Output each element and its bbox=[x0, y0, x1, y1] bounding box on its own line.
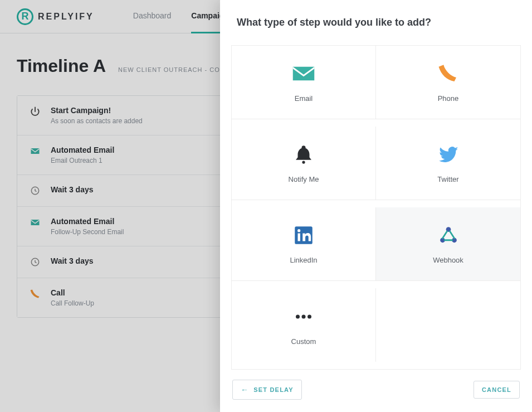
timeline-row-title: Automated Email bbox=[51, 146, 114, 154]
mail-icon bbox=[292, 62, 315, 85]
step-option-label: Email bbox=[295, 94, 313, 103]
svg-point-3 bbox=[302, 161, 305, 163]
add-step-modal: What type of step would you like to add?… bbox=[220, 0, 532, 412]
step-option-label: Webhook bbox=[433, 256, 463, 264]
step-option-label: LinkedIn bbox=[290, 256, 317, 264]
bell-icon bbox=[292, 143, 315, 166]
clock-icon bbox=[30, 185, 41, 196]
timeline-row-title: Automated Email bbox=[51, 217, 124, 226]
set-delay-label: SET DELAY bbox=[253, 386, 294, 393]
timeline-row-sub: Follow-Up Second Email bbox=[51, 228, 124, 236]
step-type-grid: Email Phone Notify Me bbox=[231, 45, 521, 370]
timeline-row-title: Call bbox=[51, 288, 94, 297]
step-option-email[interactable]: Email bbox=[232, 46, 376, 119]
step-option-twitter[interactable]: Twitter bbox=[376, 127, 520, 200]
twitter-icon bbox=[437, 143, 460, 166]
cancel-label: CANCEL bbox=[482, 386, 511, 393]
svg-point-6 bbox=[297, 229, 300, 232]
step-option-linkedin[interactable]: LinkedIn bbox=[232, 207, 376, 281]
step-option-label: Phone bbox=[438, 94, 459, 103]
phone-icon bbox=[30, 288, 41, 299]
timeline-row-title: Start Campaign! bbox=[51, 106, 143, 115]
nav-tab-dashboard[interactable]: Dashboard bbox=[133, 0, 172, 33]
timeline-row-title: Wait 3 days bbox=[51, 185, 94, 194]
timeline-row-sub: Email Outreach 1 bbox=[51, 157, 114, 164]
arrow-left-icon: ← bbox=[241, 385, 249, 394]
ellipsis-icon bbox=[292, 305, 315, 328]
step-option-webhook[interactable]: Webhook bbox=[376, 207, 520, 281]
svg-point-12 bbox=[308, 314, 311, 318]
step-option-label: Notify Me bbox=[289, 175, 319, 183]
step-option-phone[interactable]: Phone bbox=[376, 46, 520, 119]
timeline-row-sub: As soon as contacts are added bbox=[51, 117, 143, 125]
nav-tabs: Dashboard Campaigns bbox=[133, 0, 233, 33]
set-delay-button[interactable]: ← SET DELAY bbox=[232, 380, 302, 400]
svg-rect-2 bbox=[293, 67, 315, 81]
svg-point-10 bbox=[296, 314, 300, 318]
step-option-label: Custom bbox=[291, 337, 316, 346]
brand-name: REPLYIFY bbox=[38, 12, 94, 22]
phone-icon bbox=[437, 62, 460, 85]
step-option-notify[interactable]: Notify Me bbox=[232, 127, 376, 200]
modal-footer: ← SET DELAY CANCEL bbox=[220, 370, 532, 412]
mail-icon bbox=[30, 146, 41, 157]
step-option-custom[interactable]: Custom bbox=[232, 288, 376, 362]
mail-icon bbox=[30, 217, 41, 228]
timeline-row-title: Wait 3 days bbox=[51, 256, 94, 265]
step-option-empty bbox=[376, 288, 520, 362]
svg-point-11 bbox=[302, 314, 306, 318]
brand-logo-mark: R bbox=[17, 8, 33, 25]
svg-rect-5 bbox=[298, 234, 300, 241]
page-title: Timeline A bbox=[17, 56, 106, 76]
brand-logo: R REPLYIFY bbox=[17, 8, 94, 25]
power-icon bbox=[30, 106, 41, 117]
cancel-button[interactable]: CANCEL bbox=[474, 381, 520, 399]
clock-icon bbox=[30, 256, 41, 268]
timeline-row-sub: Call Follow-Up bbox=[51, 299, 94, 307]
step-option-label: Twitter bbox=[437, 175, 458, 183]
webhook-icon bbox=[437, 224, 460, 247]
linkedin-icon bbox=[292, 224, 315, 247]
modal-title: What type of step would you like to add? bbox=[220, 0, 532, 34]
